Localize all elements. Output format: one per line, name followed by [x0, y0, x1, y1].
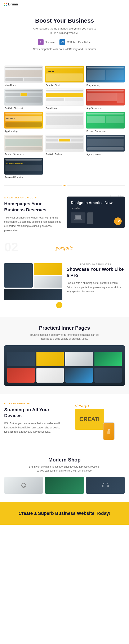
shop-thumb-3[interactable] — [86, 477, 125, 494]
portfolio-thumb-1 — [4, 263, 33, 288]
laptop-icon — [74, 214, 82, 222]
label-main-home: Main Home — [4, 84, 43, 86]
logo-text: Brünn — [8, 2, 18, 6]
shop-grid — [4, 477, 125, 494]
portfolio-thumb-3 — [34, 276, 62, 288]
phone-person-icon — [107, 428, 111, 434]
responsive-text: FULLY RESPONSIVE Stunning on All Your De… — [4, 402, 62, 434]
cta-section: Create a Superb Business Website Today! — [0, 502, 129, 525]
screenshot-product-showcase[interactable]: Product Showcase — [4, 134, 43, 156]
logo: Brünn — [4, 2, 18, 6]
phone-device — [103, 422, 114, 440]
headphones-icon — [20, 482, 27, 488]
label-product-showcase: Product Showcase — [4, 153, 43, 156]
design-script: design — [75, 402, 89, 409]
svg-point-3 — [108, 429, 110, 431]
responsive-desc: With Brünn, you can be sure that your we… — [4, 421, 62, 434]
thumb-main-home — [4, 66, 43, 83]
portfolio-thumbs: → — [4, 263, 62, 308]
decoration-02: 02 — [4, 241, 18, 254]
inner-page-6[interactable] — [36, 368, 64, 382]
homepages-desc: Take your business to the next level wit… — [4, 216, 62, 233]
svg-rect-6 — [22, 486, 23, 488]
screenshot-portfolio-pinterest[interactable]: Portfolio Pinterest — [4, 88, 43, 110]
elementor-badge: E Elementor — [38, 39, 55, 45]
screenshot-saas-home[interactable]: Saas Home — [45, 88, 84, 110]
portfolio-thumb-4 — [4, 289, 62, 300]
screenshot-placeholder-7 — [45, 112, 84, 132]
homepages-title: Homepages Your Business Deserves — [4, 201, 62, 213]
screenshot-agency-home[interactable]: Agency Home — [86, 134, 125, 156]
screenshot-main-home[interactable]: Main Home — [4, 66, 43, 86]
devices-container: design CREATI — [75, 402, 117, 440]
thumb-creative-studio: Creative — [45, 66, 84, 83]
divider-line-right — [68, 186, 125, 186]
label-tech-store: Product Showcase — [86, 130, 125, 132]
screenshot-app-showcase[interactable]: App Showcase — [86, 88, 125, 110]
inner-pages-section: Practical Inner Pages Brünn's collection… — [0, 317, 129, 394]
logo-dots — [4, 3, 7, 6]
divider-icon: ❧ — [63, 184, 66, 187]
label-creative-studio: Creative Studio — [45, 84, 84, 86]
inner-pages-title: Practical Inner Pages — [4, 325, 125, 331]
portfolio-thumb-2 — [34, 263, 62, 275]
screenshot-app-landing[interactable]: New Product App Landing — [4, 112, 43, 132]
label-portfolio-pinterest: Portfolio Pinterest — [4, 107, 43, 110]
homepage-card: Design in America Now November 12 — [66, 196, 125, 228]
shop-thumb-2[interactable] — [45, 477, 84, 494]
tablet-device: CREATI — [75, 409, 104, 430]
portfolio-cta-btn[interactable]: → — [56, 302, 62, 308]
portfolio-text: PORTFOLIO TEMPLATES Showcase Your Work L… — [66, 263, 125, 294]
screenshot-personal-portfolio[interactable]: Is a Creative Designer… Personal Portfol… — [4, 158, 43, 178]
screenshot-tech-store[interactable]: Product Showcase — [86, 112, 125, 132]
screenshots-grid: Main Home Creative Creative Studio — [4, 66, 125, 178]
thumb-app-showcase — [86, 88, 125, 106]
thumb-product-showcase — [4, 134, 43, 152]
shop-thumb-1[interactable] — [4, 477, 43, 494]
logo-dot-4 — [6, 4, 7, 6]
svg-rect-9 — [108, 485, 109, 487]
hero-section: Boost Your Business A remarkable theme t… — [0, 9, 129, 61]
headset-icon — [102, 482, 109, 488]
inner-page-7[interactable] — [65, 368, 93, 382]
divider-1: ❧ — [0, 183, 129, 188]
svg-rect-7 — [24, 486, 25, 488]
card-title: Design in America Now — [71, 201, 120, 205]
screenshot-creative-studio[interactable]: Creative Creative Studio — [45, 66, 84, 86]
badge-row: E Elementor WB WPBakery Page Builder — [12, 39, 116, 45]
thumb-portfolio-pinterest — [4, 88, 43, 106]
inner-page-3[interactable] — [65, 352, 93, 366]
thumb-portfolio-gallery — [45, 134, 84, 152]
wpbakery-label: WPBakery Page Builder — [66, 41, 91, 43]
svg-rect-4 — [108, 431, 110, 434]
thumb-personal-portfolio: Is a Creative Designer… — [4, 158, 43, 175]
homepages-section: A NEAT SET OF LAYOUTS Homepages Your Bus… — [0, 188, 129, 241]
card-mock-content — [71, 212, 120, 224]
thumb-tech-store — [86, 112, 125, 129]
screenshot-blog-masonry[interactable]: Blog Masonry — [86, 66, 125, 86]
inner-page-2[interactable] — [36, 352, 64, 366]
wpbakery-badge: WB WPBakery Page Builder — [60, 39, 91, 45]
shop-section: Modern Shop Brünn comes with a neat set … — [0, 448, 129, 502]
label-app-showcase: App Showcase — [86, 107, 125, 110]
divider-line-left — [4, 186, 62, 186]
wpbakery-icon: WB — [60, 39, 65, 45]
label-blog-masonry: Blog Masonry — [86, 84, 125, 86]
screenshot-portfolio-gallery[interactable]: Portfolio Gallery — [45, 134, 84, 156]
thumb-app-landing: New Product — [4, 112, 43, 129]
thumb-agency-home — [86, 134, 125, 152]
shop-title: Modern Shop — [4, 457, 125, 463]
inner-page-8[interactable] — [94, 368, 122, 382]
label-saas-home: Saas Home — [45, 107, 84, 110]
homepages-text: A NEAT SET OF LAYOUTS Homepages Your Bus… — [4, 196, 62, 232]
hero-title: Boost Your Business — [12, 17, 116, 24]
svg-rect-1 — [74, 219, 82, 220]
inner-page-1[interactable] — [7, 352, 35, 366]
logo-dot-2 — [6, 3, 7, 4]
thumb-blog-masonry — [86, 66, 125, 83]
responsive-visual: design CREATI — [66, 402, 125, 440]
portfolio-section: → PORTFOLIO TEMPLATES Showcase Your Work… — [0, 255, 129, 317]
elementor-icon: E — [38, 39, 44, 45]
inner-page-5[interactable] — [7, 368, 35, 382]
inner-page-4[interactable] — [94, 352, 122, 366]
